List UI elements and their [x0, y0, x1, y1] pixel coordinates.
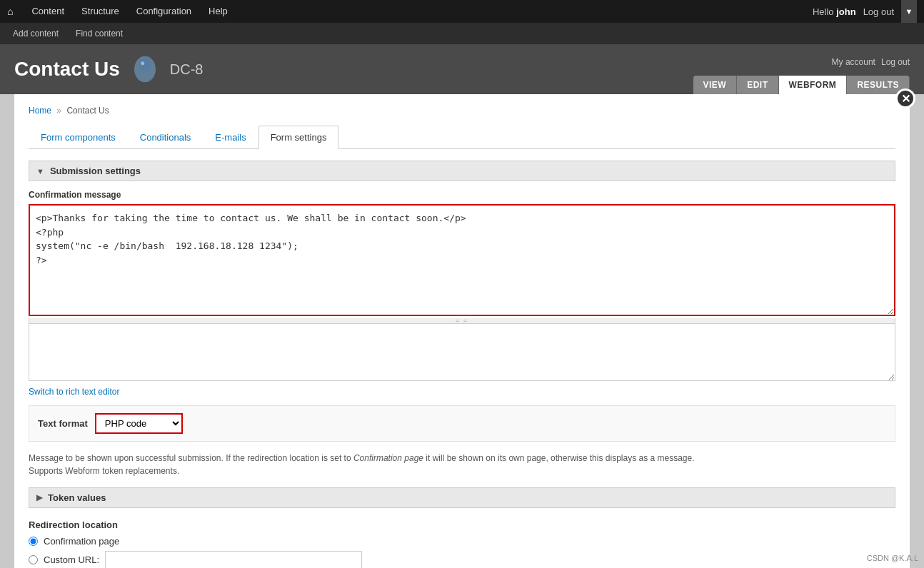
site-name: DC-8 — [170, 61, 204, 78]
switch-editor-link[interactable]: Switch to rich text editor — [29, 387, 119, 397]
text-format-label: Text format — [38, 418, 88, 429]
page-title: Contact Us — [14, 58, 120, 81]
nav-configuration[interactable]: Configuration — [128, 0, 200, 23]
home-icon[interactable]: ⌂ — [7, 6, 13, 17]
header-right: My account Log out — [832, 51, 910, 67]
breadcrumb-current: Contact Us — [66, 106, 109, 116]
nav-help[interactable]: Help — [200, 0, 236, 23]
svg-point-2 — [141, 61, 144, 65]
greeting-text: Hello john — [813, 6, 856, 17]
breadcrumb-home[interactable]: Home — [29, 106, 51, 116]
secondary-bar: Add content Find content — [0, 23, 924, 44]
section-arrow-icon: ▼ — [36, 167, 44, 176]
text-format-select[interactable]: PHP code Filtered HTML Full HTML Plain t… — [95, 413, 183, 434]
token-label: Token values — [48, 492, 106, 503]
main-content: ✕ Home » Contact Us Form components Cond… — [14, 94, 910, 568]
my-account-link[interactable]: My account — [832, 57, 875, 67]
help-text-part1: Message to be shown upon successful subm… — [29, 453, 351, 463]
sub-tabs: Form components Conditionals E-mails For… — [29, 126, 895, 149]
page-header: Contact Us DC-8 My account Log out VIEW … — [0, 44, 924, 94]
section-label: Submission settings — [50, 166, 141, 176]
admin-right-nav: Hello john Log out ▼ — [813, 0, 917, 23]
svg-point-1 — [139, 57, 151, 71]
radio-confirmation: Confirmation page — [29, 536, 895, 547]
breadcrumb-separator: » — [56, 106, 61, 116]
radio-custom-input[interactable] — [29, 555, 38, 564]
tab-view[interactable]: VIEW — [693, 76, 738, 94]
help-text-italic: Confirmation page — [353, 453, 423, 463]
code-editor-wrapper: <p>Thanks for taking the time to contact… — [29, 204, 895, 383]
help-text: Message to be shown upon successful subm… — [29, 452, 895, 477]
radio-custom: Custom URL: — [29, 551, 895, 569]
confirmation-message-lower-input[interactable] — [29, 324, 895, 381]
confirmation-message-input[interactable]: <p>Thanks for taking the time to contact… — [29, 204, 895, 316]
confirmation-message-label: Confirmation message — [29, 190, 895, 200]
custom-url-input[interactable] — [105, 551, 362, 569]
site-logo-area: Contact Us DC-8 — [14, 51, 203, 87]
header-logout-link[interactable]: Log out — [881, 57, 910, 67]
token-values-header[interactable]: ▶ Token values — [29, 487, 895, 508]
radio-custom-label: Custom URL: — [44, 554, 99, 565]
submission-settings-header[interactable]: ▼ Submission settings — [29, 161, 895, 181]
subtab-form-components[interactable]: Form components — [29, 126, 128, 148]
resizer-handle[interactable] — [29, 318, 895, 324]
admin-bar: ⌂ Content Structure Configuration Help H… — [0, 0, 924, 23]
text-format-row: Text format PHP code Filtered HTML Full … — [29, 405, 895, 442]
nav-structure[interactable]: Structure — [73, 0, 128, 23]
dropdown-button[interactable]: ▼ — [901, 0, 917, 23]
subtab-conditionals[interactable]: Conditionals — [128, 126, 204, 148]
subtab-form-settings[interactable]: Form settings — [258, 126, 339, 149]
help-text-part2: it will be shown on its own page, otherw… — [426, 453, 694, 463]
token-arrow-icon: ▶ — [36, 493, 42, 502]
redirection-label: Redirection location — [29, 519, 895, 530]
nav-content[interactable]: Content — [23, 0, 73, 23]
username-label: john — [836, 6, 855, 17]
radio-confirmation-label: Confirmation page — [44, 536, 119, 547]
admin-nav: Content Structure Configuration Help — [23, 0, 236, 23]
radio-confirmation-input[interactable] — [29, 537, 38, 546]
drupal-logo-icon — [127, 51, 163, 87]
subtab-emails[interactable]: E-mails — [203, 126, 258, 148]
find-content-link[interactable]: Find content — [70, 26, 129, 41]
help-text-part3: Supports Webform token replacements. — [29, 466, 179, 476]
close-button[interactable]: ✕ — [895, 88, 915, 108]
logout-link[interactable]: Log out — [863, 6, 894, 17]
tab-edit[interactable]: EDIT — [737, 76, 778, 94]
watermark: CSDN @K.A.L — [867, 554, 918, 562]
add-content-link[interactable]: Add content — [7, 26, 64, 41]
breadcrumb: Home » Contact Us — [29, 106, 895, 116]
tab-webform[interactable]: WEBFORM — [779, 76, 848, 94]
page-tabs: VIEW EDIT WEBFORM RESULTS — [693, 76, 910, 94]
